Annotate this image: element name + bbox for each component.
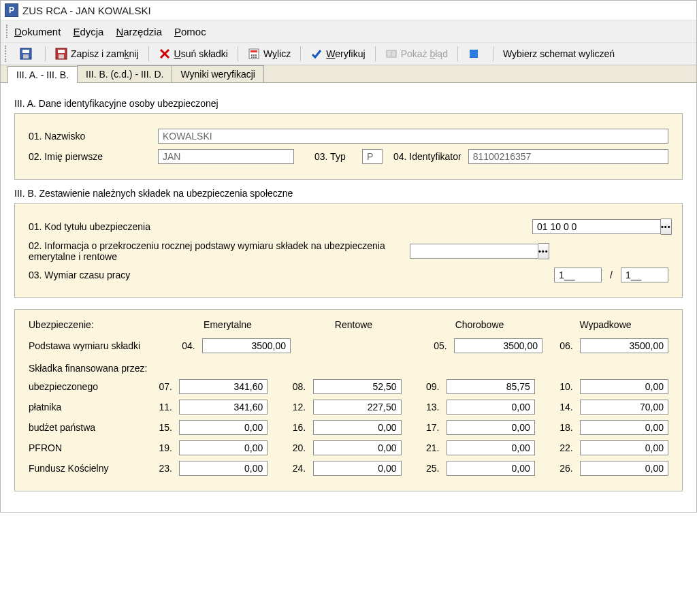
col-rentowe: Rentowe — [291, 319, 417, 330]
tab-section-b-d[interactable]: III. B. (c.d.) - III. D. — [77, 65, 172, 82]
menu-narzedzia[interactable]: Narzędzia — [116, 26, 162, 37]
remove-contributions-button[interactable]: Usuń składki — [153, 46, 233, 62]
input-05[interactable] — [454, 338, 542, 353]
calculate-label: Wylicz — [263, 48, 291, 59]
label-wymiar-czasu: 03. Wymiar czasu pracy — [29, 270, 554, 280]
input-18[interactable] — [580, 420, 668, 435]
row-ubezpieczonego: ubezpieczonego 07. 08. 09. 10. — [29, 379, 668, 394]
verify-label: Weryfikuj — [326, 48, 365, 59]
section-a-header: III. A. Dane identyfikacyjne osoby ubezp… — [14, 98, 683, 109]
input-12[interactable] — [313, 400, 402, 415]
menu-edycja[interactable]: Edycja — [73, 26, 103, 37]
tab-content: III. A. Dane identyfikacyjne osoby ubezp… — [1, 83, 696, 512]
label-info-przekroczenie: 02. Informacja o przekroczeniu rocznej p… — [29, 240, 410, 262]
svg-point-10 — [251, 54, 253, 56]
input-nazwisko[interactable] — [158, 129, 668, 144]
choose-scheme-button[interactable]: Wybierz schemat wyliczeń — [498, 46, 620, 61]
label-finansowana: Składka finansowana przez: — [29, 363, 668, 374]
input-20[interactable] — [313, 440, 402, 455]
input-15[interactable] — [179, 420, 268, 435]
col-chorobowe: Chorobowe — [417, 319, 542, 330]
svg-rect-4 — [58, 50, 65, 53]
input-23[interactable] — [179, 461, 268, 476]
input-24[interactable] — [313, 461, 402, 476]
svg-point-14 — [253, 56, 255, 58]
error-icon: ! — [385, 48, 398, 60]
label-kod-tytulu: 01. Kod tytułu ubezpieczenia — [29, 221, 532, 232]
row-fundusz-koscielny: Fundusz Kościelny 23. 24. 25. 26. — [29, 461, 668, 476]
menubar: Dokument Edycja Narzędzia Pomoc — [1, 20, 696, 42]
svg-point-11 — [253, 54, 255, 56]
input-17[interactable] — [447, 420, 535, 435]
input-04[interactable] — [202, 338, 291, 353]
tabstrip: III. A. - III. B. III. B. (c.d.) - III. … — [1, 65, 696, 83]
tab-verification-results[interactable]: Wyniki weryfikacji — [172, 65, 264, 82]
separator — [238, 46, 238, 61]
lookup-info-button[interactable]: ••• — [538, 243, 549, 259]
col-emerytalne: Emerytalne — [165, 319, 291, 330]
svg-point-13 — [251, 56, 253, 58]
input-10[interactable] — [580, 379, 668, 394]
input-11[interactable] — [179, 400, 268, 415]
show-error-button: ! Pokaż błąd — [380, 46, 453, 62]
remove-label: Usuń składki — [174, 48, 228, 59]
label-nazwisko: 01. Nazwisko — [29, 131, 158, 142]
contributions-panel: Ubezpieczenie: Emerytalne Rentowe Chorob… — [14, 309, 683, 491]
menu-pomoc[interactable]: Pomoc — [174, 26, 206, 37]
save-and-close-button[interactable]: Zapisz i zamknij — [50, 46, 144, 62]
app-window: P ZUS RCA - JAN KOWALSKI Dokument Edycja… — [0, 0, 697, 513]
verify-button[interactable]: Weryfikuj — [305, 46, 370, 62]
col-wypadkowe: Wypadkowe — [542, 319, 668, 330]
label-imie: 02. Imię pierwsze — [29, 151, 158, 162]
input-16[interactable] — [313, 420, 402, 435]
calculate-button[interactable]: Wylicz — [242, 46, 296, 62]
input-22[interactable] — [580, 440, 668, 455]
row-budzet: budżet państwa 15. 16. 17. 18. — [29, 420, 668, 435]
label-identyfikator: 04. Identyfikator — [393, 151, 461, 162]
svg-point-12 — [255, 54, 257, 56]
book-icon — [468, 48, 480, 60]
help-button[interactable] — [462, 46, 489, 62]
input-08[interactable] — [313, 379, 402, 394]
tab-section-a-b[interactable]: III. A. - III. B. — [7, 66, 78, 83]
input-info-przekroczenie[interactable] — [410, 244, 538, 259]
toolbar-grip-icon — [5, 46, 10, 62]
titlebar: P ZUS RCA - JAN KOWALSKI — [1, 1, 696, 20]
input-identyfikator[interactable] — [468, 149, 668, 164]
input-07[interactable] — [179, 379, 268, 394]
toolbar-grip-icon — [6, 25, 12, 38]
input-21[interactable] — [447, 440, 535, 455]
delete-icon — [159, 48, 171, 60]
input-14[interactable] — [580, 400, 668, 415]
input-19[interactable] — [179, 440, 268, 455]
menu-dokument[interactable]: Dokument — [14, 26, 61, 37]
input-26[interactable] — [580, 461, 668, 476]
save-button[interactable] — [14, 46, 41, 62]
wymiar-sep: / — [610, 270, 613, 280]
save-icon — [20, 48, 32, 60]
svg-rect-2 — [23, 54, 29, 59]
grid-header: Ubezpieczenie: Emerytalne Rentowe Chorob… — [29, 319, 668, 330]
check-icon — [310, 48, 323, 60]
input-25[interactable] — [447, 461, 535, 476]
separator — [45, 46, 46, 61]
num-06: 06. — [557, 340, 576, 351]
lookup-kod-button[interactable]: ••• — [661, 218, 672, 235]
input-wymiar-a[interactable] — [554, 268, 602, 282]
svg-point-15 — [255, 56, 257, 58]
show-error-label: Pokaż błąd — [401, 48, 448, 59]
input-kod-tytulu[interactable] — [532, 219, 661, 234]
row-podstawa: Podstawa wymiaru składki 04. 05. 06. — [29, 338, 668, 353]
label-podstawa: Podstawa wymiaru składki — [29, 340, 165, 351]
input-typ[interactable] — [362, 149, 383, 164]
input-06[interactable] — [580, 338, 668, 353]
input-13[interactable] — [447, 400, 535, 415]
choose-scheme-label: Wybierz schemat wyliczeń — [503, 48, 615, 59]
input-09[interactable] — [447, 379, 535, 394]
separator — [457, 46, 458, 61]
section-a-panel: 01. Nazwisko 02. Imię pierwsze 03. Typ 0… — [14, 113, 683, 180]
num-05: 05. — [431, 340, 450, 351]
save-close-label: Zapisz i zamknij — [71, 48, 139, 59]
input-imie[interactable] — [158, 149, 294, 164]
input-wymiar-b[interactable] — [621, 268, 668, 282]
